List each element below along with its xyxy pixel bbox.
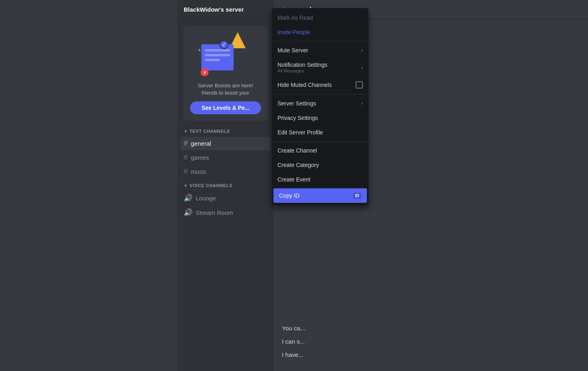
channel-lounge-label: Lounge	[196, 195, 216, 202]
menu-label-edit-server-profile: Edit Server Profile	[277, 129, 323, 136]
voice-channels-chevron: ▼	[184, 183, 188, 188]
menu-item-mute-server[interactable]: Mute Server ›	[272, 43, 369, 58]
voice-channels-section: ▼ VOICE CHANNELS 🔊 Lounge 🔊 Stream Room	[180, 181, 271, 219]
hash-icon-general: #	[184, 139, 188, 148]
channel-general-label: general	[191, 140, 211, 147]
menu-item-server-settings[interactable]: Server Settings ›	[272, 96, 369, 111]
channel-music-label: music	[191, 168, 207, 175]
boost-card-line-1	[205, 49, 230, 52]
boost-text-line2: friends to boost your	[190, 89, 261, 97]
menu-arrow-mute: ›	[361, 47, 363, 53]
boost-text: Server Boosts are here! friends to boost…	[190, 82, 261, 97]
menu-item-edit-server-profile[interactable]: Edit Server Profile	[272, 125, 369, 140]
server-name: BlackWidow's server	[184, 6, 244, 13]
menu-divider-2	[272, 94, 369, 95]
channel-music[interactable]: # music	[180, 165, 271, 178]
text-channels-header[interactable]: ▼ TEXT CHANNELS	[180, 127, 271, 135]
text-channels-label: TEXT CHANNELS	[190, 129, 230, 134]
chat-message-1: You ca...	[282, 323, 580, 333]
voice-channels-label: VOICE CHANNELS	[190, 183, 233, 188]
boost-card-icon	[201, 44, 234, 70]
menu-label-mark-as-read: Mark As Read	[277, 14, 313, 21]
channel-general[interactable]: # general	[180, 137, 271, 150]
menu-label-server-settings: Server Settings	[277, 100, 316, 107]
context-menu: Mark As Read Invite People Mute Server ›…	[272, 8, 369, 205]
sidebar-content: ✓ ✦ ✕ Server Boosts are here! friends to…	[177, 19, 274, 371]
menu-label-mute-server: Mute Server	[277, 47, 308, 54]
menu-label-create-event: Create Event	[277, 176, 311, 183]
hash-icon-games: #	[184, 153, 188, 162]
boost-graphic: ✓ ✦ ✕	[197, 32, 254, 80]
menu-item-privacy-settings[interactable]: Privacy Settings	[272, 111, 369, 125]
boost-sparkle-icon: ✦	[197, 47, 201, 53]
boost-check-icon: ✓	[219, 40, 228, 49]
menu-label-privacy-settings: Privacy Settings	[277, 115, 318, 121]
copy-id-badge: ID	[353, 193, 361, 199]
speaker-icon-lounge: 🔊	[184, 194, 193, 202]
menu-label-create-channel: Create Channel	[277, 147, 317, 154]
text-channels-section: ▼ TEXT CHANNELS # general # games # musi…	[180, 127, 271, 178]
channel-stream-room-label: Stream Room	[196, 209, 233, 216]
speaker-icon-stream: 🔊	[184, 208, 193, 217]
menu-item-create-event[interactable]: Create Event	[272, 172, 369, 187]
voice-channels-header[interactable]: ▼ VOICE CHANNELS	[180, 181, 271, 190]
boost-banner: ✓ ✦ ✕ Server Boosts are here! friends to…	[184, 26, 267, 121]
channel-lounge[interactable]: 🔊 Lounge	[180, 191, 271, 205]
menu-arrow-notifications: ›	[361, 65, 363, 70]
menu-item-hide-muted-channels[interactable]: Hide Muted Channels	[272, 77, 369, 93]
menu-item-mark-as-read[interactable]: Mark As Read	[272, 10, 369, 25]
boost-text-line1: Server Boosts are here!	[190, 82, 261, 89]
boost-button[interactable]: See Levels & Pe...	[190, 101, 261, 114]
menu-item-notification-settings[interactable]: Notification Settings All Messages ›	[272, 58, 369, 77]
menu-item-copy-id[interactable]: Copy ID ID	[273, 188, 367, 203]
server-header[interactable]: BlackWidow's server	[177, 0, 274, 19]
menu-label-copy-id: Copy ID	[279, 192, 300, 199]
hash-icon-music: #	[184, 167, 188, 176]
menu-item-invite-people[interactable]: Invite People	[272, 25, 369, 39]
menu-label-notification-settings: Notification Settings	[277, 62, 327, 68]
boost-x-icon: ✕	[201, 68, 209, 76]
hide-muted-checkbox[interactable]	[356, 81, 363, 89]
menu-label-create-category: Create Category	[277, 162, 319, 168]
menu-label-invite-people: Invite People	[277, 29, 310, 35]
sidebar: BlackWidow's server ✓ ✦ ✕ Server Boosts …	[177, 0, 274, 371]
chat-message-2: I can s...	[282, 336, 580, 346]
channel-stream-room[interactable]: 🔊 Stream Room	[180, 206, 271, 219]
menu-label-hide-muted: Hide Muted Channels	[277, 82, 332, 88]
menu-divider-3	[272, 141, 369, 142]
menu-arrow-server-settings: ›	[361, 101, 363, 106]
chat-message-3: I have...	[282, 350, 580, 360]
text-channels-chevron: ▼	[184, 129, 188, 134]
menu-item-content-notifications: Notification Settings All Messages	[277, 62, 327, 73]
menu-sublabel-notification-settings: All Messages	[277, 68, 327, 73]
boost-card-line-2	[205, 54, 230, 56]
channel-games[interactable]: # games	[180, 151, 271, 164]
menu-divider-1	[272, 41, 369, 41]
boost-card-line-3	[205, 59, 220, 61]
menu-item-create-channel[interactable]: Create Channel	[272, 143, 369, 158]
channel-games-label: games	[191, 154, 209, 161]
menu-item-create-category[interactable]: Create Category	[272, 158, 369, 172]
